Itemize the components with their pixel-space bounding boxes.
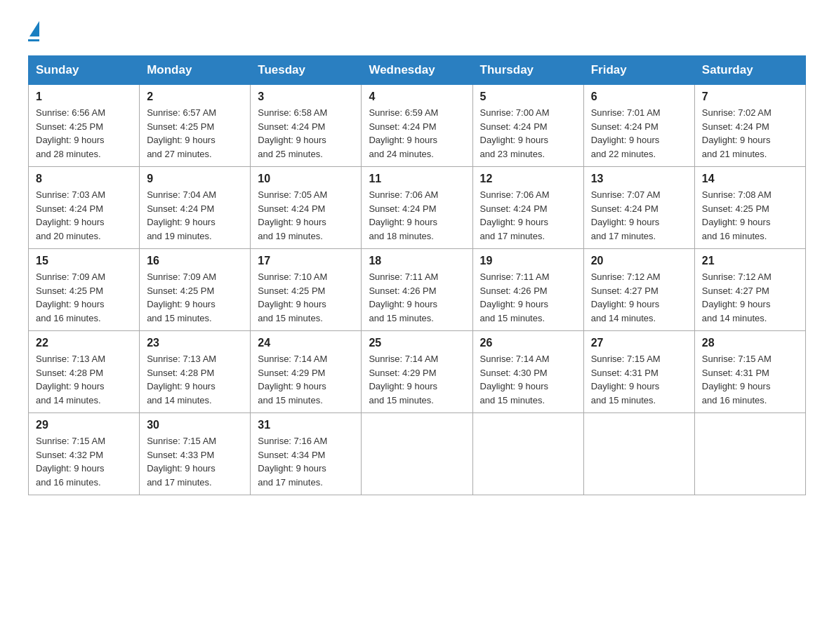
page-header <box>28 21 806 41</box>
logo <box>28 21 39 41</box>
calendar-header-row: SundayMondayTuesdayWednesdayThursdayFrid… <box>29 56 806 85</box>
calendar-dow-friday: Friday <box>583 56 694 85</box>
calendar-cell: 23Sunrise: 7:13 AMSunset: 4:28 PMDayligh… <box>140 331 251 413</box>
day-number: 6 <box>591 90 687 103</box>
day-info: Sunrise: 6:59 AMSunset: 4:24 PMDaylight:… <box>369 106 465 161</box>
day-info: Sunrise: 7:15 AMSunset: 4:33 PMDaylight:… <box>147 434 243 489</box>
calendar-week-row: 1Sunrise: 6:56 AMSunset: 4:25 PMDaylight… <box>29 85 806 167</box>
day-number: 21 <box>702 255 798 267</box>
calendar-cell: 12Sunrise: 7:06 AMSunset: 4:24 PMDayligh… <box>472 167 583 249</box>
calendar-cell: 3Sunrise: 6:58 AMSunset: 4:24 PMDaylight… <box>251 85 362 167</box>
calendar-cell: 10Sunrise: 7:05 AMSunset: 4:24 PMDayligh… <box>251 167 362 249</box>
calendar-cell: 8Sunrise: 7:03 AMSunset: 4:24 PMDaylight… <box>29 167 140 249</box>
day-number: 31 <box>258 419 354 431</box>
calendar-dow-thursday: Thursday <box>472 56 583 85</box>
day-number: 15 <box>36 255 132 267</box>
day-info: Sunrise: 7:12 AMSunset: 4:27 PMDaylight:… <box>591 270 687 325</box>
calendar-cell <box>694 413 805 495</box>
day-info: Sunrise: 7:16 AMSunset: 4:34 PMDaylight:… <box>258 434 354 489</box>
day-number: 3 <box>258 90 354 103</box>
calendar-dow-sunday: Sunday <box>29 56 140 85</box>
day-number: 4 <box>369 90 465 103</box>
day-number: 20 <box>591 255 687 267</box>
calendar-week-row: 8Sunrise: 7:03 AMSunset: 4:24 PMDaylight… <box>29 167 806 249</box>
day-number: 13 <box>591 173 687 185</box>
day-number: 18 <box>369 255 465 267</box>
day-info: Sunrise: 7:11 AMSunset: 4:26 PMDaylight:… <box>369 270 465 325</box>
calendar-cell: 31Sunrise: 7:16 AMSunset: 4:34 PMDayligh… <box>251 413 362 495</box>
calendar-header: SundayMondayTuesdayWednesdayThursdayFrid… <box>29 56 806 85</box>
calendar-cell: 14Sunrise: 7:08 AMSunset: 4:25 PMDayligh… <box>694 167 805 249</box>
day-info: Sunrise: 6:57 AMSunset: 4:25 PMDaylight:… <box>147 106 243 161</box>
calendar-dow-wednesday: Wednesday <box>362 56 472 85</box>
calendar-cell: 6Sunrise: 7:01 AMSunset: 4:24 PMDaylight… <box>583 85 694 167</box>
day-number: 28 <box>702 337 798 349</box>
day-number: 26 <box>480 337 576 349</box>
day-number: 23 <box>147 337 243 349</box>
calendar-cell: 29Sunrise: 7:15 AMSunset: 4:32 PMDayligh… <box>29 413 140 495</box>
calendar-cell: 16Sunrise: 7:09 AMSunset: 4:25 PMDayligh… <box>140 249 251 331</box>
calendar-week-row: 22Sunrise: 7:13 AMSunset: 4:28 PMDayligh… <box>29 331 806 413</box>
day-info: Sunrise: 7:06 AMSunset: 4:24 PMDaylight:… <box>369 188 465 243</box>
day-info: Sunrise: 7:10 AMSunset: 4:25 PMDaylight:… <box>258 270 354 325</box>
calendar-dow-saturday: Saturday <box>694 56 805 85</box>
calendar-cell: 24Sunrise: 7:14 AMSunset: 4:29 PMDayligh… <box>251 331 362 413</box>
calendar-cell: 7Sunrise: 7:02 AMSunset: 4:24 PMDaylight… <box>694 85 805 167</box>
day-number: 7 <box>702 90 798 103</box>
day-number: 22 <box>36 337 132 349</box>
day-info: Sunrise: 7:08 AMSunset: 4:25 PMDaylight:… <box>702 188 798 243</box>
calendar-cell: 28Sunrise: 7:15 AMSunset: 4:31 PMDayligh… <box>694 331 805 413</box>
day-info: Sunrise: 7:07 AMSunset: 4:24 PMDaylight:… <box>591 188 687 243</box>
calendar-week-row: 15Sunrise: 7:09 AMSunset: 4:25 PMDayligh… <box>29 249 806 331</box>
day-info: Sunrise: 6:56 AMSunset: 4:25 PMDaylight:… <box>36 106 132 161</box>
logo-triangle-icon <box>29 21 39 36</box>
calendar-cell: 21Sunrise: 7:12 AMSunset: 4:27 PMDayligh… <box>694 249 805 331</box>
calendar-cell: 17Sunrise: 7:10 AMSunset: 4:25 PMDayligh… <box>251 249 362 331</box>
calendar-cell: 25Sunrise: 7:14 AMSunset: 4:29 PMDayligh… <box>362 331 472 413</box>
calendar-cell: 19Sunrise: 7:11 AMSunset: 4:26 PMDayligh… <box>472 249 583 331</box>
day-info: Sunrise: 7:04 AMSunset: 4:24 PMDaylight:… <box>147 188 243 243</box>
calendar-cell: 26Sunrise: 7:14 AMSunset: 4:30 PMDayligh… <box>472 331 583 413</box>
day-info: Sunrise: 7:02 AMSunset: 4:24 PMDaylight:… <box>702 106 798 161</box>
calendar-cell: 22Sunrise: 7:13 AMSunset: 4:28 PMDayligh… <box>29 331 140 413</box>
day-number: 12 <box>480 173 576 185</box>
day-number: 30 <box>147 419 243 431</box>
day-info: Sunrise: 7:01 AMSunset: 4:24 PMDaylight:… <box>591 106 687 161</box>
day-number: 1 <box>36 90 132 103</box>
calendar-cell: 15Sunrise: 7:09 AMSunset: 4:25 PMDayligh… <box>29 249 140 331</box>
calendar-cell: 18Sunrise: 7:11 AMSunset: 4:26 PMDayligh… <box>362 249 472 331</box>
calendar-cell: 27Sunrise: 7:15 AMSunset: 4:31 PMDayligh… <box>583 331 694 413</box>
calendar-cell: 2Sunrise: 6:57 AMSunset: 4:25 PMDaylight… <box>140 85 251 167</box>
day-info: Sunrise: 7:14 AMSunset: 4:29 PMDaylight:… <box>369 352 465 407</box>
day-info: Sunrise: 7:14 AMSunset: 4:30 PMDaylight:… <box>480 352 576 407</box>
day-info: Sunrise: 7:06 AMSunset: 4:24 PMDaylight:… <box>480 188 576 243</box>
day-number: 8 <box>36 173 132 185</box>
calendar-cell: 30Sunrise: 7:15 AMSunset: 4:33 PMDayligh… <box>140 413 251 495</box>
day-number: 16 <box>147 255 243 267</box>
day-info: Sunrise: 7:05 AMSunset: 4:24 PMDaylight:… <box>258 188 354 243</box>
calendar-cell: 13Sunrise: 7:07 AMSunset: 4:24 PMDayligh… <box>583 167 694 249</box>
day-info: Sunrise: 7:13 AMSunset: 4:28 PMDaylight:… <box>36 352 132 407</box>
calendar-week-row: 29Sunrise: 7:15 AMSunset: 4:32 PMDayligh… <box>29 413 806 495</box>
calendar-body: 1Sunrise: 6:56 AMSunset: 4:25 PMDaylight… <box>29 85 806 495</box>
day-number: 27 <box>591 337 687 349</box>
calendar-dow-tuesday: Tuesday <box>251 56 362 85</box>
day-info: Sunrise: 7:03 AMSunset: 4:24 PMDaylight:… <box>36 188 132 243</box>
day-number: 25 <box>369 337 465 349</box>
day-info: Sunrise: 7:15 AMSunset: 4:31 PMDaylight:… <box>591 352 687 407</box>
day-info: Sunrise: 7:09 AMSunset: 4:25 PMDaylight:… <box>36 270 132 325</box>
day-info: Sunrise: 7:00 AMSunset: 4:24 PMDaylight:… <box>480 106 576 161</box>
calendar-dow-monday: Monday <box>140 56 251 85</box>
day-number: 29 <box>36 419 132 431</box>
day-number: 9 <box>147 173 243 185</box>
calendar-cell: 4Sunrise: 6:59 AMSunset: 4:24 PMDaylight… <box>362 85 472 167</box>
day-info: Sunrise: 7:15 AMSunset: 4:32 PMDaylight:… <box>36 434 132 489</box>
day-number: 19 <box>480 255 576 267</box>
day-info: Sunrise: 7:09 AMSunset: 4:25 PMDaylight:… <box>147 270 243 325</box>
day-info: Sunrise: 7:13 AMSunset: 4:28 PMDaylight:… <box>147 352 243 407</box>
day-number: 5 <box>480 90 576 103</box>
calendar-cell <box>583 413 694 495</box>
day-info: Sunrise: 7:14 AMSunset: 4:29 PMDaylight:… <box>258 352 354 407</box>
day-number: 2 <box>147 90 243 103</box>
day-number: 10 <box>258 173 354 185</box>
